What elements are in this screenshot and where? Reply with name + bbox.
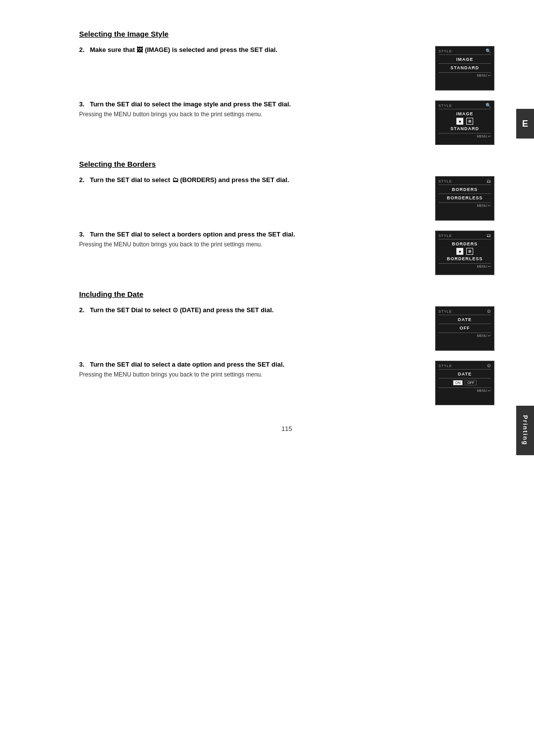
- lcd-style-label: STYLE: [439, 49, 452, 53]
- lcd-border-icon-2: ▦: [466, 248, 473, 255]
- step-image-2: 2. Make sure that 🖼 (IMAGE) is selected …: [79, 46, 494, 91]
- side-tab-printing: Printing: [516, 406, 534, 455]
- step-date-3-instruction: 3. Turn the SET dial to select a date op…: [79, 361, 425, 368]
- lcd-icon-1: ■: [456, 118, 463, 125]
- lcd-bottom-6: MENU ↩: [439, 387, 491, 393]
- lcd-date-item: DATE: [439, 317, 491, 322]
- section-image-style: Selecting the Image Style 2. Make sure t…: [79, 30, 494, 145]
- lcd-divider-3: [439, 324, 491, 324]
- side-tab-e: E: [516, 109, 534, 139]
- lcd-style-label-3: STYLE: [439, 180, 452, 183]
- lcd-style-label-5: STYLE: [439, 310, 452, 313]
- step-borders-3: 3. Turn the SET dial to select a borders…: [79, 231, 494, 275]
- lcd-borders-2-topbar: STYLE 🗂: [439, 179, 491, 185]
- lcd-date-icon-2: ⊙: [487, 363, 491, 368]
- lcd-date-item-2: DATE: [439, 372, 491, 377]
- lcd-standard-item-2: STANDARD: [439, 126, 491, 131]
- section-date: Including the Date 2. Turn the SET Dial …: [79, 290, 494, 405]
- lcd-off-btn: OFF: [465, 380, 477, 385]
- lcd-borders-3-topbar: STYLE 🗂: [439, 233, 491, 239]
- lcd-image-icon: 🔍: [486, 48, 491, 53]
- lcd-menu-btn-2: MENU ↩: [477, 135, 491, 139]
- lcd-divider: [439, 63, 491, 64]
- lcd-image-item: IMAGE: [439, 57, 491, 62]
- lcd-borders-icon-2: 🗂: [487, 233, 491, 238]
- lcd-date-2: STYLE ⊙ DATE OFF MENU ↩: [435, 306, 494, 351]
- lcd-menu-btn-5: MENU ↩: [477, 334, 491, 338]
- lcd-icons-row: ■ ▦: [439, 118, 491, 125]
- step-date-3: 3. Turn the SET dial to select a date op…: [79, 361, 494, 405]
- lcd-borders-3: STYLE 🗂 BORDERS ■ ▦ BORDERLESS MENU ↩: [435, 231, 494, 275]
- lcd-icon-2: ▦: [466, 118, 473, 125]
- lcd-image-3: STYLE 🔍 IMAGE ■ ▦ STANDARD MENU ↩: [435, 100, 494, 145]
- lcd-bottom-2: MENU ↩: [439, 133, 491, 139]
- step-borders-3-text: 3. Turn the SET dial to select a borders…: [79, 231, 435, 249]
- step-borders-3-subtext: Pressing the MENU button brings you back…: [79, 240, 425, 249]
- step-date-3-subtext: Pressing the MENU button brings you back…: [79, 370, 425, 379]
- step-image-3-subtext: Pressing the MENU button brings you back…: [79, 110, 425, 119]
- lcd-standard-item: STANDARD: [439, 65, 491, 70]
- step-date-2-instruction: 2. Turn the SET Dial to select ⊙ (DATE) …: [79, 306, 425, 314]
- step-borders-3-instruction: 3. Turn the SET dial to select a borders…: [79, 231, 425, 238]
- side-tab-printing-label: Printing: [522, 415, 529, 445]
- lcd-bottom-5: MENU ↩: [439, 332, 491, 338]
- section-borders: Selecting the Borders 2. Turn the SET di…: [79, 160, 494, 275]
- step-date-3-text: 3. Turn the SET dial to select a date op…: [79, 361, 435, 379]
- lcd-date-3: STYLE ⊙ DATE ON OFF MENU ↩: [435, 361, 494, 405]
- step-date-2-text: 2. Turn the SET Dial to select ⊙ (DATE) …: [79, 306, 435, 316]
- section-date-title: Including the Date: [79, 290, 494, 298]
- lcd-off-item: OFF: [439, 326, 491, 331]
- lcd-menu-btn-6: MENU ↩: [477, 389, 491, 393]
- lcd-menu-btn: MENU ↩: [477, 74, 491, 78]
- lcd-divider-4: [439, 378, 491, 378]
- lcd-on-off-row: ON OFF: [439, 380, 491, 385]
- lcd-image-icon-2: 🔍: [486, 103, 491, 108]
- page-number: 115: [79, 425, 494, 432]
- lcd-divider-2: [439, 193, 491, 194]
- section-borders-title: Selecting the Borders: [79, 160, 494, 168]
- step-image-3: 3. Turn the SET dial to select the image…: [79, 100, 494, 145]
- page-container: E Printing Selecting the Image Style 2. …: [0, 0, 534, 756]
- lcd-image-item-2: IMAGE: [439, 111, 491, 116]
- lcd-borders-item: BORDERS: [439, 187, 491, 192]
- lcd-borderless-item: BORDERLESS: [439, 195, 491, 200]
- lcd-on-btn: ON: [453, 380, 463, 385]
- step-image-3-instruction: 3. Turn the SET dial to select the image…: [79, 100, 425, 108]
- step-borders-2: 2. Turn the SET dial to select 🗂 (BORDER…: [79, 176, 494, 221]
- side-tab-e-label: E: [522, 119, 528, 129]
- lcd-borders-icons-row: ■ ▦: [439, 248, 491, 255]
- lcd-menu-btn-3: MENU ↩: [477, 204, 491, 208]
- lcd-bottom-4: MENU ↩: [439, 263, 491, 269]
- lcd-menu-btn-4: MENU ↩: [477, 265, 491, 269]
- lcd-borders-icon: 🗂: [487, 179, 491, 184]
- lcd-borderless-item-2: BORDERLESS: [439, 256, 491, 261]
- lcd-style-label-6: STYLE: [439, 364, 452, 368]
- step-image-2-instruction: 2. Make sure that 🖼 (IMAGE) is selected …: [79, 46, 425, 53]
- lcd-bottom-3: MENU ↩: [439, 202, 491, 208]
- lcd-style-label-2: STYLE: [439, 104, 452, 107]
- lcd-borders-item-2: BORDERS: [439, 241, 491, 246]
- lcd-date-icon: ⊙: [487, 309, 491, 314]
- lcd-date-3-topbar: STYLE ⊙: [439, 363, 491, 370]
- lcd-image-2: STYLE 🔍 IMAGE STANDARD MENU ↩: [435, 46, 494, 91]
- step-borders-2-text: 2. Turn the SET dial to select 🗂 (BORDER…: [79, 176, 435, 186]
- lcd-border-icon-1: ■: [456, 248, 463, 255]
- lcd-bottom: MENU ↩: [439, 72, 491, 78]
- lcd-image-2-topbar: STYLE 🔍: [439, 48, 491, 55]
- lcd-style-label-4: STYLE: [439, 234, 452, 237]
- step-image-2-text: 2. Make sure that 🖼 (IMAGE) is selected …: [79, 46, 435, 55]
- section-image-style-title: Selecting the Image Style: [79, 30, 494, 38]
- step-image-3-text: 3. Turn the SET dial to select the image…: [79, 100, 435, 119]
- step-borders-2-instruction: 2. Turn the SET dial to select 🗂 (BORDER…: [79, 176, 425, 184]
- step-date-2: 2. Turn the SET Dial to select ⊙ (DATE) …: [79, 306, 494, 351]
- lcd-image-3-topbar: STYLE 🔍: [439, 103, 491, 109]
- lcd-borders-2: STYLE 🗂 BORDERS BORDERLESS MENU ↩: [435, 176, 494, 221]
- lcd-date-2-topbar: STYLE ⊙: [439, 309, 491, 315]
